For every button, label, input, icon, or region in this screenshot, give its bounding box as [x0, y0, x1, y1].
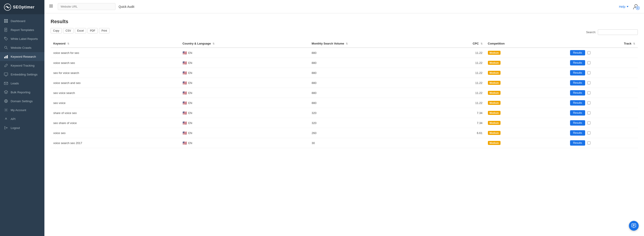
sidebar-item-domain-settings[interactable]: Domain Settings — [0, 97, 44, 105]
results-table: Keyword ⇅ Country & Language ⇅ Monthly S… — [51, 40, 638, 148]
table-row: voice search and seo 🇺🇸 EN 880 11.22 Med… — [51, 78, 638, 88]
track-checkbox-7[interactable] — [587, 121, 590, 125]
track-checkbox-5[interactable] — [587, 101, 590, 104]
sidebar-label-keyword-tracking: Keyword Tracking — [11, 64, 34, 67]
results-button-7[interactable]: Results — [570, 120, 585, 126]
flag-icon: 🇺🇸 — [182, 71, 187, 75]
table-row: seo voice 🇺🇸 EN 880 11.22 Medium Results — [51, 98, 638, 108]
cell-keyword-2: seo for voice search — [51, 68, 180, 78]
table-search-input[interactable] — [598, 29, 638, 35]
pdf-button[interactable]: PDF — [88, 28, 98, 33]
cell-competition-7: Medium — [485, 118, 568, 128]
track-checkbox-1[interactable] — [587, 61, 590, 64]
results-button-3[interactable]: Results — [570, 80, 585, 85]
cell-track-5: Results — [568, 98, 638, 108]
sidebar-item-keyword-tracking[interactable]: Keyword Tracking — [0, 61, 44, 70]
chat-fab-button[interactable] — [629, 221, 639, 231]
file-icon — [4, 28, 8, 32]
csv-button[interactable]: CSV — [63, 28, 74, 33]
svg-point-10 — [5, 38, 6, 38]
sidebar-item-keyword-research[interactable]: Keyword Research — [0, 52, 44, 61]
sidebar-label-website-crawls: Website Crawls — [11, 46, 32, 49]
sidebar-item-report-templates[interactable]: Report Templates — [0, 25, 44, 34]
track-checkbox-0[interactable] — [587, 51, 590, 54]
cell-cpc-2: 11.22 — [426, 68, 485, 78]
svg-rect-4 — [4, 21, 6, 23]
quick-audit-label: Quick Audit — [118, 5, 134, 9]
sort-track-icon[interactable]: ⇅ — [633, 42, 635, 45]
track-checkbox-8[interactable] — [587, 131, 590, 135]
cell-cpc-5: 11.22 — [426, 98, 485, 108]
cell-volume-5: 880 — [309, 98, 426, 108]
sidebar-item-my-account[interactable]: My Account — [0, 105, 44, 114]
sidebar-item-embedding-settings[interactable]: Embedding Settings — [0, 70, 44, 79]
svg-marker-20 — [4, 90, 8, 93]
competition-badge: Medium — [488, 91, 501, 95]
svg-rect-2 — [4, 19, 6, 21]
cell-competition-3: Medium — [485, 78, 568, 88]
flag-icon: 🇺🇸 — [182, 101, 187, 105]
sidebar-item-api[interactable]: API — [0, 114, 44, 123]
globe-icon — [4, 99, 8, 103]
competition-badge: Medium — [488, 71, 501, 75]
svg-marker-30 — [627, 6, 628, 7]
sidebar-item-bulk-reporting[interactable]: Bulk Reporting — [0, 88, 44, 97]
sidebar-item-website-crawls[interactable]: Website Crawls — [0, 43, 44, 52]
sidebar-item-white-label[interactable]: White Label Reports — [0, 34, 44, 43]
sort-keyword-icon[interactable]: ⇅ — [67, 42, 69, 45]
cell-track-6: Results — [568, 108, 638, 118]
cell-competition-0: Medium — [485, 48, 568, 58]
cell-keyword-6: share of voice seo — [51, 108, 180, 118]
copy-button[interactable]: Copy — [51, 28, 62, 33]
grid-icon — [4, 19, 8, 23]
th-country: Country & Language ⇅ — [180, 40, 309, 48]
sort-volume-icon[interactable]: ⇅ — [346, 42, 348, 45]
cell-cpc-8: 6.61 — [426, 128, 485, 138]
results-button-5[interactable]: Results — [570, 100, 585, 105]
track-checkbox-9[interactable] — [587, 141, 590, 145]
table-row: seo share of voice 🇺🇸 EN 320 7.34 Medium… — [51, 118, 638, 128]
cell-keyword-3: voice search and seo — [51, 78, 180, 88]
sidebar-item-leads[interactable]: Leads — [0, 79, 44, 88]
results-button-2[interactable]: Results — [570, 70, 585, 75]
print-button[interactable]: Print — [99, 28, 110, 33]
sidebar-item-logout[interactable]: Logout — [0, 123, 44, 132]
track-checkbox-6[interactable] — [587, 111, 590, 114]
results-button-4[interactable]: Results — [570, 90, 585, 95]
svg-rect-5 — [6, 21, 8, 23]
content-area: Results Copy CSV Excel PDF Print Search:… — [44, 13, 644, 236]
cell-keyword-5: seo voice — [51, 98, 180, 108]
envelope-icon — [4, 81, 8, 85]
cell-track-3: Results — [568, 78, 638, 88]
track-checkbox-2[interactable] — [587, 71, 590, 74]
sidebar-label-api: API — [11, 117, 16, 121]
th-volume: Monthly Search Volume ⇅ — [309, 40, 426, 48]
cell-track-4: Results — [568, 88, 638, 98]
results-button-1[interactable]: Results — [570, 60, 585, 65]
track-checkbox-3[interactable] — [587, 81, 590, 84]
results-button-9[interactable]: Results — [570, 140, 585, 146]
cell-track-1: Results — [568, 58, 638, 68]
competition-badge: Medium — [488, 61, 501, 65]
excel-button[interactable]: Excel — [75, 28, 86, 33]
hamburger-icon[interactable] — [49, 4, 53, 9]
competition-badge: Medium — [488, 111, 501, 115]
results-button-0[interactable]: Results — [570, 50, 585, 55]
api-icon — [4, 117, 8, 121]
cell-volume-3: 880 — [309, 78, 426, 88]
cell-country-8: 🇺🇸 EN — [180, 128, 309, 138]
sidebar-label-domain-settings: Domain Settings — [11, 99, 33, 103]
sidebar-item-dashboard[interactable]: Dashboard — [0, 17, 44, 25]
sort-cpc-icon[interactable]: ⇅ — [480, 42, 482, 45]
cell-cpc-1: 11.22 — [426, 58, 485, 68]
results-button-6[interactable]: Results — [570, 110, 585, 115]
help-button[interactable]: Help — [619, 5, 629, 9]
results-button-8[interactable]: Results — [570, 130, 585, 136]
cell-country-4: 🇺🇸 EN — [180, 88, 309, 98]
sidebar-label-white-label: White Label Reports — [11, 37, 38, 41]
search-row: Search: — [586, 29, 638, 35]
url-input[interactable] — [58, 3, 116, 10]
track-checkbox-4[interactable] — [587, 91, 590, 94]
user-icon[interactable] — [632, 3, 640, 10]
sort-country-icon[interactable]: ⇅ — [212, 42, 214, 45]
